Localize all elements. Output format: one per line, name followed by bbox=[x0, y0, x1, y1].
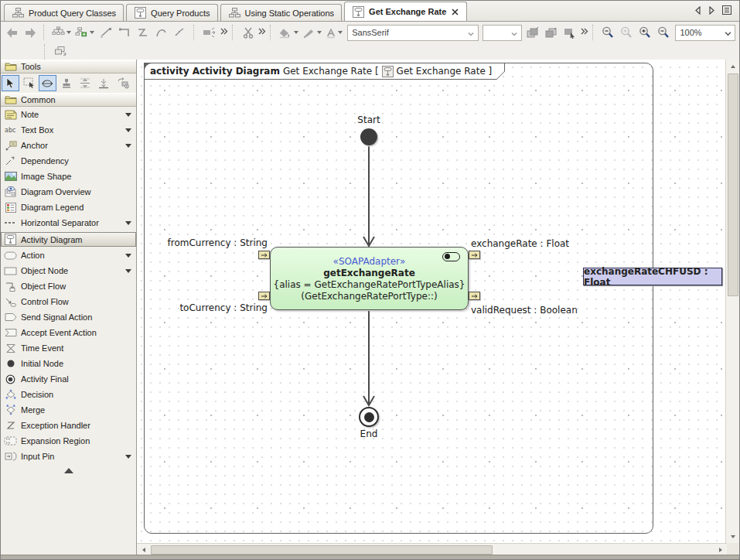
vertical-scrollbar[interactable] bbox=[725, 60, 739, 543]
selected-object-node-label[interactable]: exchangeRateCHFUSD : Float bbox=[583, 268, 722, 285]
scroll-right-button[interactable] bbox=[714, 544, 727, 555]
line-style-splined-button[interactable] bbox=[172, 24, 189, 42]
palette-item-note[interactable]: Note bbox=[1, 107, 136, 122]
forward-button[interactable] bbox=[22, 24, 39, 42]
palette-item-object-node[interactable]: Object Node bbox=[1, 263, 136, 278]
palette-item-anchor[interactable]: Anchor bbox=[1, 138, 136, 153]
select-tool[interactable] bbox=[2, 75, 19, 91]
palette-item-horizontal-separator[interactable]: Horizontal Separator bbox=[1, 215, 136, 230]
palette-item-accept-event-action[interactable]: Accept Event Action bbox=[1, 325, 136, 340]
distribute-vertically-tool[interactable] bbox=[76, 75, 94, 91]
palette-item-action[interactable]: Action bbox=[1, 248, 136, 263]
font-size-select[interactable] bbox=[483, 25, 522, 41]
activity-frame-header[interactable]: activity Activity Diagram Get Exchange R… bbox=[144, 63, 505, 80]
palette-item-activity-final[interactable]: Activity Final bbox=[1, 371, 136, 387]
diagram-canvas[interactable]: activity Activity Diagram Get Exchange R… bbox=[137, 60, 727, 543]
overflow-icon[interactable] bbox=[220, 28, 228, 37]
output-pin-exchangerate[interactable] bbox=[469, 251, 480, 259]
activity-final-node[interactable] bbox=[359, 407, 379, 427]
zoom-region-button[interactable] bbox=[599, 24, 617, 42]
overflow-icon[interactable] bbox=[580, 28, 588, 37]
font-color-button[interactable] bbox=[325, 24, 345, 42]
related-elements-button[interactable] bbox=[51, 43, 69, 60]
tab-query-products[interactable]: Query Products bbox=[126, 4, 217, 21]
pin-label-validrequest[interactable]: validRequest : Boolean bbox=[471, 305, 578, 316]
pin-label-fromcurrency[interactable]: fromCurrency : String bbox=[160, 237, 268, 248]
palette-item-diagram-overview[interactable]: Diagram Overview bbox=[1, 184, 136, 200]
palette-scroll-up-icon[interactable] bbox=[64, 468, 73, 473]
dropdown-arrow-icon[interactable] bbox=[125, 455, 131, 459]
tab-product-query-classes[interactable]: Product Query Classes bbox=[4, 4, 124, 21]
fill-color-button[interactable] bbox=[278, 24, 301, 42]
palette-item-text-box[interactable]: abc Text Box bbox=[1, 122, 136, 138]
horizontal-scroll-thumb[interactable] bbox=[151, 545, 493, 555]
input-pin-fromcurrency[interactable] bbox=[258, 251, 270, 259]
zoom-in-button[interactable] bbox=[636, 24, 654, 42]
swap-elements-tool[interactable] bbox=[113, 75, 131, 91]
zoom-level-select[interactable]: 100% bbox=[675, 25, 735, 41]
action-getexchangerate[interactable]: «SOAPAdapter» getExchangeRate {alias = G… bbox=[270, 247, 469, 310]
horizontal-scrollbar[interactable] bbox=[137, 543, 727, 555]
dropdown-arrow-icon[interactable] bbox=[125, 113, 131, 117]
line-color-button[interactable] bbox=[302, 24, 324, 42]
draw-path-tool[interactable] bbox=[39, 75, 56, 91]
palette-item-time-event[interactable]: Time Event bbox=[1, 340, 136, 356]
output-pin-validrequest[interactable] bbox=[469, 292, 480, 300]
vertical-scroll-thumb[interactable] bbox=[728, 73, 738, 296]
end-node-label[interactable]: End bbox=[353, 429, 384, 439]
palette-item-merge[interactable]: Merge bbox=[1, 402, 136, 418]
scroll-up-button[interactable] bbox=[726, 60, 739, 73]
resize-shape-button[interactable] bbox=[201, 24, 219, 42]
tab-list-icon[interactable] bbox=[722, 5, 731, 16]
stamp-tool[interactable] bbox=[57, 75, 75, 91]
palette-item-dependency[interactable]: Dependency bbox=[1, 153, 136, 169]
cut-button[interactable] bbox=[239, 24, 257, 42]
palette-item-input-pin[interactable]: Input Pin bbox=[1, 449, 136, 464]
palette-item-exception-handler[interactable]: Exception Handler bbox=[1, 418, 136, 433]
send-to-back-button[interactable] bbox=[543, 24, 561, 42]
pin-label-exchangerate[interactable]: exchangeRate : Float bbox=[471, 238, 569, 249]
snap-to-bottom-tool[interactable] bbox=[94, 75, 112, 91]
pin-label-tocurrency[interactable]: toCurrency : String bbox=[160, 302, 268, 313]
select-shape-button[interactable] bbox=[561, 24, 579, 42]
layout-hierarchy-button[interactable] bbox=[51, 24, 73, 42]
palette-item-control-flow[interactable]: Control Flow bbox=[1, 294, 136, 309]
bring-to-front-button[interactable] bbox=[524, 24, 542, 42]
dropdown-arrow-icon[interactable] bbox=[125, 254, 131, 258]
dropdown-arrow-icon[interactable] bbox=[125, 144, 131, 148]
line-style-curved-button[interactable] bbox=[153, 24, 171, 42]
initial-node[interactable] bbox=[360, 128, 377, 145]
dropdown-arrow-icon[interactable] bbox=[125, 221, 131, 225]
palette-section-tools[interactable]: Tools bbox=[1, 60, 136, 73]
tab-scroll-right-icon[interactable] bbox=[708, 6, 715, 16]
zoom-out-button[interactable] bbox=[655, 24, 673, 42]
dropdown-arrow-icon[interactable] bbox=[125, 269, 131, 273]
palette-item-expansion-region[interactable]: Expansion Region bbox=[1, 433, 136, 449]
overflow-icon[interactable] bbox=[257, 28, 266, 37]
zoom-fit-button[interactable] bbox=[618, 24, 636, 42]
back-button[interactable] bbox=[3, 24, 21, 42]
line-style-oblique-button[interactable] bbox=[135, 24, 152, 42]
scroll-down-button[interactable] bbox=[726, 530, 739, 543]
palette-item-object-flow[interactable]: Object Flow bbox=[1, 278, 136, 294]
scroll-left-button[interactable] bbox=[137, 544, 150, 555]
palette-item-decision[interactable]: Decision bbox=[1, 387, 136, 402]
tab-get-exchange-rate[interactable]: Get Exchange Rate bbox=[344, 2, 467, 21]
close-icon[interactable] bbox=[450, 5, 459, 18]
add-related-elements-button[interactable] bbox=[74, 24, 97, 42]
marquee-select-tool[interactable] bbox=[20, 75, 38, 91]
palette-item-image-shape[interactable]: Image Shape bbox=[1, 169, 136, 184]
tab-using-static-operations[interactable]: Using Static Operations bbox=[220, 4, 343, 21]
start-node-label[interactable]: Start bbox=[346, 114, 392, 125]
input-pin-tocurrency[interactable] bbox=[258, 292, 270, 300]
palette-item-send-signal-action[interactable]: Send Signal Action bbox=[1, 309, 136, 325]
font-family-select[interactable]: SansSerif bbox=[347, 25, 479, 41]
palette-section-common[interactable]: Common bbox=[1, 93, 136, 107]
line-style-straight-button[interactable] bbox=[97, 24, 115, 42]
dropdown-arrow-icon[interactable] bbox=[125, 128, 131, 132]
line-style-rectilinear-button[interactable] bbox=[116, 24, 134, 42]
palette-section-activity-diagram[interactable]: Activity Diagram bbox=[1, 232, 136, 247]
palette-item-diagram-legend[interactable]: Diagram Legend bbox=[1, 200, 136, 215]
palette-item-initial-node[interactable]: Initial Node bbox=[1, 356, 136, 371]
tab-scroll-left-icon[interactable] bbox=[694, 6, 701, 16]
